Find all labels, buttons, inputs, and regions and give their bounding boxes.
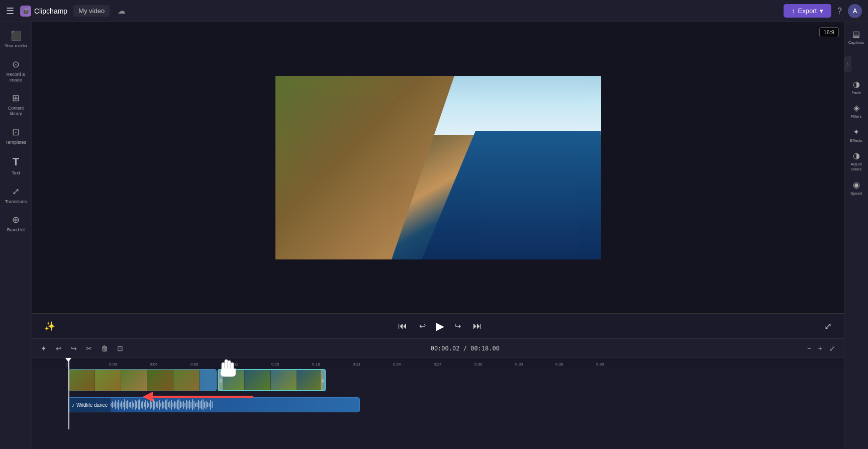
video-ocean [422, 131, 601, 260]
audio-label: ♪ Wildlife dance [69, 398, 111, 412]
content-library-icon: ⊞ [12, 93, 20, 104]
sidebar-item-effects[interactable]: ✦ Effects [845, 124, 867, 146]
wbar [190, 402, 191, 408]
avatar[interactable]: A [848, 4, 862, 18]
app-name: Clipchamp [34, 7, 67, 15]
clip-segment-2[interactable]: || || [218, 369, 326, 391]
effects-icon: ✦ [853, 127, 859, 137]
topbar-right: ↑ Export ▾ ? A [784, 4, 862, 18]
clip-thumb [95, 370, 121, 391]
delete-button[interactable]: 🗑 [99, 343, 111, 354]
sidebar-item-fade[interactable]: ◑ Fade [845, 76, 867, 99]
wbar [154, 401, 155, 409]
wbar [130, 402, 131, 408]
speed-icon: ◉ [853, 180, 860, 190]
audio-track[interactable]: ♪ Wildlife dance [68, 397, 360, 412]
fit-timeline-button[interactable]: ⤢ [827, 343, 838, 354]
video-background [275, 76, 601, 259]
wbar [163, 402, 164, 408]
total-time: 00:18.00 [470, 345, 500, 352]
export-label: Export [798, 7, 817, 15]
rewind-5s-button[interactable]: ↩ [417, 319, 428, 333]
sidebar-collapse-tab[interactable]: › [844, 56, 851, 72]
your-media-label: Your media [5, 43, 27, 49]
wbar [194, 401, 195, 409]
wbar [136, 401, 137, 408]
wbar [156, 402, 157, 407]
topbar-left: ☰ 🎬 Clipchamp My video ☁ [6, 5, 126, 17]
clip-thumb [69, 370, 95, 391]
waveform-bars [111, 399, 213, 411]
video-title[interactable]: My video [73, 5, 110, 17]
wbar [192, 399, 193, 410]
export-button[interactable]: ↑ Export ▾ [784, 4, 831, 18]
your-media-icon: ⬛ [11, 30, 22, 41]
wbar [112, 401, 113, 408]
sidebar-item-speed[interactable]: ◉ Speed [845, 177, 867, 199]
wbar [145, 400, 146, 410]
time-separator: / [463, 345, 470, 352]
wbar [162, 401, 163, 409]
ai-tools-button[interactable]: ✦ [38, 343, 49, 354]
save-frame-button[interactable]: ⊡ [115, 343, 126, 354]
skip-forward-button[interactable]: ⏭ [471, 319, 484, 333]
clip-trim-handle-left[interactable]: || [219, 370, 223, 390]
export-chevron-icon: ▾ [820, 7, 823, 15]
sidebar-item-record-create[interactable]: ⊙ Record &create [1, 55, 31, 87]
wbar [195, 403, 196, 407]
timeline-toolbar: ✦ ↩ ↪ ✂ 🗑 ⊡ 00:00.02 / 00:18.00 − + ⤢ [32, 339, 844, 358]
audio-waveform [111, 398, 359, 412]
sidebar-item-text[interactable]: T Text [1, 151, 31, 180]
playback-center-controls: ⏮ ↩ ▶ ↪ ⏭ [396, 319, 484, 333]
time-display: 00:00.02 / 00:18.00 [431, 345, 500, 352]
wbar [127, 400, 128, 409]
wbar [144, 402, 145, 407]
zoom-in-button[interactable]: + [816, 343, 825, 354]
center-area: 16:9 ✨ ⏮ ↩ [32, 22, 844, 449]
clip-segment-1[interactable] [68, 369, 217, 391]
fullscreen-button[interactable]: ⤢ [822, 319, 834, 334]
help-icon[interactable]: ? [837, 7, 842, 16]
wbar [148, 403, 149, 407]
menu-icon[interactable]: ☰ [6, 6, 14, 17]
playback-left-controls: ✨ [42, 319, 57, 334]
handle-grip: || [220, 378, 222, 383]
sidebar-item-captions[interactable]: ▤ Captions [845, 26, 867, 48]
wbar [141, 402, 142, 408]
cut-button[interactable]: ✂ [83, 343, 94, 354]
transitions-icon: ⤢ [12, 186, 20, 197]
aspect-ratio-badge[interactable]: 16:9 [819, 27, 839, 37]
playhead-line [68, 358, 69, 369]
playback-controls: ✨ ⏮ ↩ ▶ ↪ ⏭ [32, 313, 844, 338]
sidebar-item-adjust-colors[interactable]: ◑ Adjustcolors [845, 148, 867, 174]
templates-label: Templates [6, 140, 26, 145]
timeline-ruler: | 0:03 0:06 0:09 0:12 0:15 0:18 0:21 0:2… [32, 358, 844, 369]
magic-edit-button[interactable]: ✨ [42, 319, 57, 334]
current-time: 00:00.02 [431, 345, 460, 352]
sidebar-item-filters[interactable]: ◈ Filters [845, 100, 867, 122]
redo-button[interactable]: ↪ [68, 343, 79, 354]
undo-button[interactable]: ↩ [53, 343, 64, 354]
forward-5s-button[interactable]: ↪ [452, 319, 463, 333]
wbar [186, 400, 187, 410]
sidebar-item-templates[interactable]: ⊡ Templates [1, 123, 31, 149]
zoom-out-button[interactable]: − [805, 343, 814, 354]
text-label: Text [12, 170, 20, 176]
export-arrow-icon: ↑ [792, 7, 795, 15]
tracks-container: || || [32, 369, 844, 429]
wbar [165, 400, 166, 409]
wbar [180, 401, 181, 408]
playback-right-controls: ⤢ [822, 319, 834, 334]
sidebar-item-your-media[interactable]: ⬛ Your media [1, 26, 31, 53]
sidebar-item-brand-kit[interactable]: ⊛ Brand kit [1, 210, 31, 237]
wbar [172, 403, 173, 407]
sidebar-item-transitions[interactable]: ⤢ Transitions [1, 182, 31, 209]
wbar [184, 403, 185, 407]
clip-trim-handle-right[interactable]: || [321, 370, 325, 390]
main-area: ⬛ Your media ⊙ Record &create ⊞ Contentl… [0, 22, 868, 449]
wbar [147, 401, 148, 408]
play-button[interactable]: ▶ [436, 320, 444, 333]
wbar [197, 402, 198, 407]
sidebar-item-content-library[interactable]: ⊞ Contentlibrary [1, 88, 31, 121]
skip-back-button[interactable]: ⏮ [396, 319, 409, 333]
